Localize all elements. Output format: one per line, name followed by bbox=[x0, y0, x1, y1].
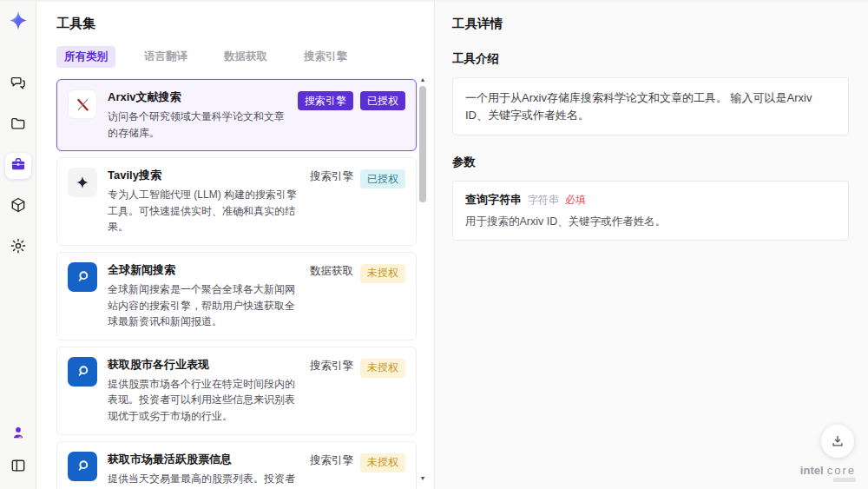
scroll-down-icon[interactable]: ▼ bbox=[419, 475, 426, 482]
tool-badges: 搜索引擎 已授权 bbox=[298, 89, 405, 141]
intro-heading: 工具介绍 bbox=[452, 51, 849, 67]
tool-card[interactable]: Tavily搜索 专为人工智能代理 (LLM) 构建的搜索引擎工具。可快速提供实… bbox=[56, 157, 417, 246]
sidebar bbox=[0, 2, 36, 489]
tool-name: 获取股市各行业表现 bbox=[108, 357, 299, 373]
tab-3[interactable]: 搜索引擎 bbox=[296, 46, 355, 68]
sidebar-item-user[interactable] bbox=[5, 421, 31, 447]
param-required-badge: 必填 bbox=[565, 193, 586, 208]
intel-core-logo-subbar bbox=[833, 478, 856, 482]
tool-card[interactable]: 获取市场最活跃股票信息 提供当天交易量最高的股票列表。投资者可以利用这些信息来识… bbox=[56, 441, 417, 489]
status-badge: 未授权 bbox=[360, 264, 405, 283]
status-badge: 未授权 bbox=[360, 453, 405, 472]
tool-name: 全球新闻搜索 bbox=[108, 262, 299, 278]
category-badge: 搜索引擎 bbox=[298, 91, 353, 110]
scrollbar-thumb[interactable] bbox=[419, 86, 426, 202]
page-title: 工具集 bbox=[56, 16, 417, 32]
category-tabs: 所有类别语言翻译数据获取搜索引擎 bbox=[56, 46, 417, 68]
search-blue-icon bbox=[68, 357, 97, 387]
tool-desc: 访问各个研究领域大量科学论文和文章的存储库。 bbox=[108, 109, 287, 141]
gear-icon bbox=[10, 237, 27, 258]
sidebar-item-folder[interactable] bbox=[5, 112, 31, 138]
tool-desc: 专为人工智能代理 (LLM) 构建的搜索引擎工具。可快速提供实时、准确和真实的结… bbox=[108, 187, 299, 235]
tab-0[interactable]: 所有类别 bbox=[56, 46, 115, 68]
tool-info: Tavily搜索 专为人工智能代理 (LLM) 构建的搜索引擎工具。可快速提供实… bbox=[108, 168, 299, 235]
intel-core-logo-text: intel core bbox=[800, 464, 856, 477]
sidebar-bottom bbox=[5, 421, 31, 480]
tool-desc: 提供当天交易量最高的股票列表。投资者可以利用这些信息来识别流动性强的股票和潜在的… bbox=[108, 471, 299, 489]
sidebar-item-chat[interactable] bbox=[5, 71, 31, 97]
sidebar-item-panel-toggle[interactable] bbox=[5, 454, 31, 480]
sidebar-item-toolbox[interactable] bbox=[5, 153, 31, 179]
category-label: 数据获取 bbox=[310, 264, 353, 279]
download-button[interactable] bbox=[821, 425, 854, 458]
sidebar-item-gear[interactable] bbox=[5, 235, 31, 261]
tool-info: 全球新闻搜索 全球新闻搜索是一个聚合全球各大新闻网站内容的搜索引擎，帮助用户快速… bbox=[108, 262, 299, 330]
panel-toggle-icon bbox=[10, 457, 27, 478]
scrollbar[interactable]: ▲ ▼ bbox=[418, 76, 427, 482]
detail-title: 工具详情 bbox=[452, 16, 849, 32]
tab-2[interactable]: 数据获取 bbox=[216, 46, 275, 68]
tab-1[interactable]: 语言翻译 bbox=[136, 46, 195, 68]
tool-name: Arxiv文献搜索 bbox=[108, 89, 287, 105]
user-icon bbox=[10, 424, 27, 445]
scroll-up-icon[interactable]: ▲ bbox=[419, 76, 426, 83]
tool-info: 获取市场最活跃股票信息 提供当天交易量最高的股票列表。投资者可以利用这些信息来识… bbox=[108, 452, 299, 489]
tool-badges: 搜索引擎 已授权 bbox=[310, 168, 405, 235]
tool-desc: 全球新闻搜索是一个聚合全球各大新闻网站内容的搜索引擎，帮助用户快速获取全球最新资… bbox=[108, 281, 299, 330]
download-icon bbox=[830, 433, 845, 449]
category-label: 搜索引擎 bbox=[310, 359, 353, 373]
status-badge: 已授权 bbox=[360, 169, 405, 188]
category-label: 搜索引擎 bbox=[310, 169, 353, 184]
chat-icon bbox=[10, 74, 27, 95]
tool-detail-panel: 工具详情 工具介绍 一个用于从Arxiv存储库搜索科学论文和文章的工具。 输入可… bbox=[434, 2, 868, 489]
tool-card[interactable]: Arxiv文献搜索 访问各个研究领域大量科学论文和文章的存储库。 搜索引擎 已授… bbox=[56, 79, 417, 151]
app-logo-icon bbox=[5, 9, 31, 35]
tool-name: Tavily搜索 bbox=[108, 168, 299, 183]
sidebar-item-cube[interactable] bbox=[5, 194, 31, 220]
param-desc: 用于搜索的Arxiv ID、关键字或作者姓名。 bbox=[465, 215, 836, 229]
param-card: 查询字符串 字符串 必填 用于搜索的Arxiv ID、关键字或作者姓名。 bbox=[452, 181, 849, 241]
cube-icon bbox=[10, 196, 27, 217]
tool-card[interactable]: 获取股市各行业表现 提供股票市场各个行业在特定时间段内的表现。投资者可以利用这些… bbox=[56, 347, 417, 435]
search-blue-icon bbox=[68, 452, 97, 481]
sidebar-nav bbox=[5, 71, 31, 261]
params-heading: 参数 bbox=[452, 155, 849, 170]
search-blue-icon bbox=[68, 262, 97, 292]
tool-name: 获取市场最活跃股票信息 bbox=[108, 452, 299, 467]
tool-badges: 搜索引擎 未授权 bbox=[310, 452, 405, 489]
status-badge: 未授权 bbox=[360, 359, 405, 378]
tool-info: Arxiv文献搜索 访问各个研究领域大量科学论文和文章的存储库。 bbox=[108, 89, 287, 141]
folder-icon bbox=[10, 115, 27, 135]
tools-panel: 工具集 所有类别语言翻译数据获取搜索引擎 Arxiv文献搜索 访问各个研究领域大… bbox=[36, 2, 434, 489]
param-type: 字符串 bbox=[528, 193, 559, 208]
tool-list: Arxiv文献搜索 访问各个研究领域大量科学论文和文章的存储库。 搜索引擎 已授… bbox=[56, 79, 417, 489]
toolbox-icon bbox=[10, 155, 27, 176]
intro-text: 一个用于从Arxiv存储库搜索科学论文和文章的工具。 输入可以是Arxiv ID… bbox=[452, 77, 849, 135]
param-name: 查询字符串 bbox=[465, 192, 522, 208]
status-badge: 已授权 bbox=[360, 91, 405, 110]
tool-desc: 提供股票市场各个行业在特定时间段内的表现。投资者可以利用这些信息来识别表现优于或… bbox=[108, 376, 299, 425]
tavily-icon bbox=[68, 168, 97, 197]
tool-info: 获取股市各行业表现 提供股票市场各个行业在特定时间段内的表现。投资者可以利用这些… bbox=[108, 357, 299, 425]
category-label: 搜索引擎 bbox=[310, 453, 353, 468]
tool-badges: 数据获取 未授权 bbox=[310, 262, 405, 330]
tool-badges: 搜索引擎 未授权 bbox=[310, 357, 405, 425]
arxiv-icon bbox=[68, 89, 97, 119]
tool-card[interactable]: 全球新闻搜索 全球新闻搜索是一个聚合全球各大新闻网站内容的搜索引擎，帮助用户快速… bbox=[56, 252, 417, 340]
app-window: 工具集 所有类别语言翻译数据获取搜索引擎 Arxiv文献搜索 访问各个研究领域大… bbox=[0, 0, 868, 489]
intel-core-logo: intel core bbox=[800, 464, 856, 482]
